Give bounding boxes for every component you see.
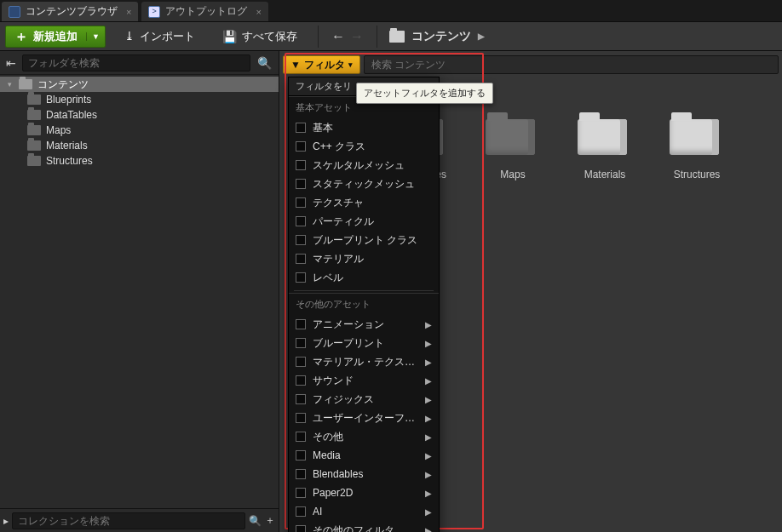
asset-folder-maps[interactable]: Maps: [472, 111, 554, 180]
caret-down-icon[interactable]: ▾: [5, 80, 14, 89]
checkbox-icon[interactable]: [296, 394, 306, 404]
collection-search-input[interactable]: [12, 512, 245, 529]
tree-item-blueprints[interactable]: Blueprints: [0, 92, 279, 107]
filter-item-ui[interactable]: ユーザーインターフェイス▶: [289, 409, 439, 427]
nav-arrows: ← →: [331, 29, 365, 44]
submenu-arrow-icon: ▶: [425, 320, 432, 329]
checkbox-icon[interactable]: [296, 179, 306, 189]
checkbox-icon[interactable]: [296, 413, 306, 423]
filter-item-paper2d[interactable]: Paper2D▶: [289, 483, 439, 502]
filter-item-media[interactable]: Media▶: [289, 446, 439, 465]
filter-item-texture[interactable]: テクスチャ: [289, 193, 439, 212]
submenu-arrow-icon: ▶: [425, 376, 432, 386]
checkbox-icon[interactable]: [296, 357, 306, 367]
checkbox-icon[interactable]: [296, 197, 306, 208]
tree-item-structures[interactable]: Structures: [0, 153, 279, 169]
close-icon[interactable]: ×: [256, 7, 261, 17]
filter-item-misc[interactable]: その他▶: [289, 427, 439, 446]
filters-button[interactable]: ▼ フィルタ ▾: [283, 55, 360, 74]
filter-other-list: アニメーション▶ ブループリント▶ マテリアル・テクスチャ▶ サウンド▶ フィジ…: [289, 313, 439, 532]
sources-toggle-icon[interactable]: ⇤: [3, 55, 19, 71]
checkbox-icon[interactable]: [296, 160, 306, 170]
save-all-button[interactable]: 💾 すべて保存: [214, 26, 306, 48]
submenu-arrow-icon: ▶: [425, 526, 432, 533]
nav-forward-button[interactable]: →: [349, 29, 365, 44]
checkbox-icon[interactable]: [296, 375, 306, 386]
save-all-label: すべて保存: [242, 29, 297, 44]
filter-item-blueprint[interactable]: ブループリント▶: [289, 334, 439, 352]
filter-item-sound[interactable]: サウンド▶: [289, 371, 439, 390]
filter-item-material-texture[interactable]: マテリアル・テクスチャ▶: [289, 352, 439, 371]
chevron-down-icon[interactable]: ▼: [86, 32, 100, 41]
folder-icon: [27, 125, 41, 135]
folder-icon: [27, 94, 41, 105]
filter-icon: ▼: [290, 59, 301, 71]
asset-label: Materials: [564, 169, 646, 180]
asset-folder-materials[interactable]: Materials: [564, 111, 646, 180]
search-icon[interactable]: 🔍: [249, 515, 262, 527]
nav-back-button[interactable]: ←: [331, 29, 346, 44]
divider: [294, 290, 434, 291]
filter-item-blueprint-class[interactable]: ブループリント クラス: [289, 231, 439, 249]
filter-item-blendables[interactable]: Blendables▶: [289, 465, 439, 483]
checkbox-icon[interactable]: [296, 141, 306, 152]
filter-item-skeletal-mesh[interactable]: スケルタルメッシュ: [289, 156, 439, 174]
tab-output-log[interactable]: アウトプットログ ×: [141, 2, 267, 21]
add-new-button[interactable]: ＋ 新規追加 ▼: [5, 26, 106, 48]
tree-root-content[interactable]: ▾ コンテンツ: [0, 77, 279, 92]
content-browser-icon: [9, 6, 20, 18]
tree-item-datatables[interactable]: DataTables: [0, 107, 279, 123]
filter-section-other: その他のアセット: [289, 293, 439, 313]
tree-label: Maps: [46, 124, 71, 136]
filter-item-cpp-class[interactable]: C++ クラス: [289, 137, 439, 156]
asset-search-input[interactable]: [364, 55, 779, 74]
collection-toggle-icon[interactable]: ▸: [3, 515, 9, 527]
submenu-arrow-icon: ▶: [425, 432, 432, 442]
filter-item-level[interactable]: レベル: [289, 268, 439, 287]
filter-item-physics[interactable]: フィジックス▶: [289, 390, 439, 409]
close-icon[interactable]: ×: [126, 7, 131, 17]
folder-tree: ▾ コンテンツ Blueprints DataTables Maps Mater…: [0, 75, 279, 508]
checkbox-icon[interactable]: [296, 338, 306, 348]
tree-item-materials[interactable]: Materials: [0, 138, 279, 153]
filter-item-static-mesh[interactable]: スタティックメッシュ: [289, 174, 439, 193]
checkbox-icon[interactable]: [296, 254, 306, 264]
checkbox-icon[interactable]: [296, 488, 306, 498]
filter-item-other-filters[interactable]: その他のフィルタ▶: [289, 521, 439, 532]
tree-item-maps[interactable]: Maps: [0, 123, 279, 138]
collection-search-bar: ▸ 🔍 ＋: [0, 508, 279, 532]
checkbox-icon[interactable]: [296, 123, 306, 133]
add-new-label: 新規追加: [33, 29, 78, 44]
checkbox-icon[interactable]: [296, 469, 306, 479]
tab-content-browser[interactable]: コンテンツブラウザ ×: [2, 2, 138, 21]
folder-search-input[interactable]: [22, 54, 250, 72]
checkbox-icon[interactable]: [296, 506, 306, 517]
filters-label: フィルタ: [304, 58, 345, 72]
filter-dropdown-panel[interactable]: フィルタをリ 基本アセット 基本 C++ クラス スケルタルメッシュ スタティッ…: [288, 77, 440, 532]
search-icon[interactable]: 🔍: [257, 56, 272, 70]
filter-item-particle[interactable]: パーティクル: [289, 212, 439, 231]
filter-item-basic[interactable]: 基本: [289, 118, 439, 137]
checkbox-icon[interactable]: [296, 272, 306, 283]
checkbox-icon[interactable]: [296, 319, 306, 329]
filter-item-material[interactable]: マテリアル: [289, 249, 439, 268]
checkbox-icon[interactable]: [296, 432, 306, 442]
tree-label: Structures: [46, 155, 93, 167]
tree-label: DataTables: [46, 109, 97, 121]
filter-item-animation[interactable]: アニメーション▶: [289, 315, 439, 334]
tooltip-add-asset-filter: アセットフィルタを追加する: [356, 83, 493, 104]
chevron-right-icon[interactable]: ▶: [478, 31, 485, 41]
checkbox-icon[interactable]: [296, 235, 306, 245]
filter-item-ai[interactable]: AI▶: [289, 502, 439, 521]
asset-folder-structures[interactable]: Structures: [656, 111, 738, 180]
add-collection-button[interactable]: ＋: [265, 513, 275, 528]
breadcrumb[interactable]: コンテンツ ▶: [389, 29, 485, 44]
checkbox-icon[interactable]: [296, 450, 306, 460]
asset-label: Maps: [472, 169, 554, 180]
checkbox-icon[interactable]: [296, 216, 306, 226]
checkbox-icon[interactable]: [296, 525, 306, 532]
folder-icon: [578, 119, 627, 155]
toolbar: ＋ 新規追加 ▼ ⤓ インポート 💾 すべて保存 ← → コンテンツ ▶: [0, 22, 782, 51]
submenu-arrow-icon: ▶: [425, 507, 432, 517]
import-button[interactable]: ⤓ インポート: [116, 26, 204, 48]
